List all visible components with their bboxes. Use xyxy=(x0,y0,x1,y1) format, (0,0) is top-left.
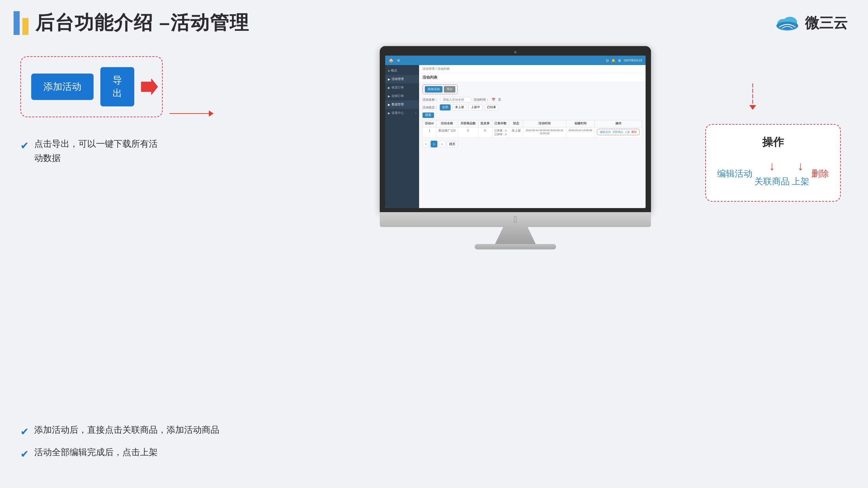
th-status: 状态 xyxy=(509,120,523,127)
desc-text-1: 添加活动后，直接点击关联商品，添加活动商品 xyxy=(34,423,219,437)
th-name: 活动名称 xyxy=(436,120,458,127)
prev-page-btn[interactable]: ‹ xyxy=(422,141,429,147)
export-button[interactable]: 导出 xyxy=(100,67,134,106)
down-arrow-icon-2: ↓ xyxy=(794,160,807,172)
app-export-button[interactable]: 导出 xyxy=(444,86,455,93)
desc-text-2: 活动全部编辑完成后，点击上架 xyxy=(34,445,158,460)
app-sidebar: ● 概况 ▶ 活动管理 ▶ 收货订单 xyxy=(385,65,419,208)
op-edit: 编辑活动 xyxy=(717,168,752,180)
status-ongoing-btn[interactable]: 上架中 xyxy=(469,104,482,110)
imac-screen-outer: 🏠 ≡ ⊡ 🔔 ⊞ 15070810115 xyxy=(380,46,651,212)
check-icon-1: ✔ xyxy=(20,424,29,440)
op-link-products-label[interactable]: 关联商品 xyxy=(754,176,790,187)
th-related: 关联商品数 xyxy=(458,120,478,127)
cell-name: 新品推广123 xyxy=(436,127,458,138)
check-icon: ✔ xyxy=(20,138,29,154)
topbar-right: ⊡ 🔔 ⊞ 15070810115 xyxy=(606,59,642,62)
bottom-descriptions: ✔ 添加活动后，直接点击关联商品，添加活动商品 ✔ 活动全部编辑完成后，点击上架 xyxy=(20,423,258,468)
topbar-left: 🏠 ≡ xyxy=(389,58,400,63)
page-size-btn[interactable]: 跳页 xyxy=(447,141,458,147)
main-content: 添加活动 导出 ✔ 点击导出，可以一键下载所有活动数据 xyxy=(0,43,868,249)
cell-related: 0 xyxy=(458,127,478,138)
cell-time: 2019-05-01 00:00:00-2019-05-31 23:55:00 xyxy=(523,127,566,138)
bell-icon: 🔔 xyxy=(611,59,615,62)
header: 后台功能介绍 –活动管理 微三云 xyxy=(0,0,868,43)
breadcrumb: 活动管理 / 活动列表 xyxy=(419,65,646,73)
op-delete-label[interactable]: 删除 xyxy=(811,168,829,180)
header-left: 后台功能介绍 –活动管理 xyxy=(14,10,249,36)
op-publish-label[interactable]: 上架 xyxy=(792,176,809,187)
orders-icon: ▶ xyxy=(388,86,390,89)
operations-box: 操作 编辑活动 ↓ 关联商品 ↓ 上架 删除 xyxy=(705,124,841,202)
sidebar-item-activity[interactable]: ▶ 活动管理 xyxy=(385,75,419,83)
monitor-area: 🏠 ≡ ⊡ 🔔 ⊞ 15070810115 xyxy=(183,43,848,249)
op-link-products: ↓ 关联商品 xyxy=(754,160,790,187)
publish-link[interactable]: 上架 xyxy=(625,130,630,134)
status-not-started-btn[interactable]: 未上架 xyxy=(453,104,467,110)
search-button[interactable]: 搜索 xyxy=(422,113,434,118)
activity-icon: ▶ xyxy=(388,78,390,81)
page-title: 后台功能介绍 –活动管理 xyxy=(35,10,249,36)
sidebar-item-data[interactable]: ▶ 数据管理 xyxy=(385,100,419,109)
sidebar-item-orders[interactable]: ▶ 收货订单 xyxy=(385,83,419,92)
data-icon: ▶ xyxy=(388,103,390,106)
overview-icon: ● xyxy=(388,69,390,73)
app-main: 活动管理 / 活动列表 活动列表 添加活动 导出 xyxy=(419,65,646,208)
edit-activity-link[interactable]: 编辑活动 xyxy=(600,130,611,134)
operation-box: 编辑活动 关联商品 上架 删除 xyxy=(597,129,640,135)
add-activity-button[interactable]: 添加活动 xyxy=(31,74,94,100)
filter-time-label: 活动时间： xyxy=(474,98,489,102)
content-area: 添加活动 导出 活动名称： 活动时间： xyxy=(419,82,646,208)
op-delete: 删除 xyxy=(811,168,829,180)
app-add-activity-button[interactable]: 添加活动 xyxy=(425,86,442,93)
next-page-btn[interactable]: › xyxy=(439,141,446,147)
sidebar-item-settings[interactable]: ▶ 设置中心 › xyxy=(385,109,419,117)
status-all-btn[interactable]: 全部 xyxy=(440,104,451,110)
app-page-title: 活动列表 xyxy=(419,73,646,82)
status-ended-btn[interactable]: 已结束 xyxy=(485,104,498,110)
imac-stand xyxy=(495,227,536,244)
imac-chin:  xyxy=(380,212,651,227)
vertical-arrow xyxy=(749,83,756,110)
link-products-link[interactable]: 关联商品 xyxy=(612,130,623,134)
camera-dot xyxy=(514,51,517,54)
op-publish: ↓ 上架 xyxy=(792,160,809,187)
filter-name-input[interactable] xyxy=(440,97,471,102)
svg-point-3 xyxy=(776,22,798,30)
monitor-wrapper: 🏠 ≡ ⊡ 🔔 ⊞ 15070810115 xyxy=(380,46,651,249)
hamburger-icon[interactable]: ≡ xyxy=(397,58,400,63)
cell-voucher: 0 xyxy=(478,127,492,138)
delete-link[interactable]: 删除 xyxy=(631,130,637,134)
page-1-btn[interactable]: 1 xyxy=(431,141,437,147)
action-bar-box: 添加活动 导出 xyxy=(422,84,458,94)
action-buttons-box: 添加活动 导出 xyxy=(20,56,163,117)
bar-blue xyxy=(14,11,20,35)
app-ui: 🏠 ≡ ⊡ 🔔 ⊞ 15070810115 xyxy=(385,56,646,208)
op-edit-label[interactable]: 编辑活动 xyxy=(717,168,752,180)
filter-name-label: 活动名称： xyxy=(422,98,438,102)
sidebar-item-sales[interactable]: ▶ 拉销订单 xyxy=(385,92,419,100)
sidebar-item-overview[interactable]: ● 概况 xyxy=(385,66,419,75)
cell-created: 2019-04-25 14:55:06 xyxy=(566,127,595,138)
calendar-icon: 📅 xyxy=(492,98,495,101)
table-row: 1 新品推广123 0 0 已售量：0 已得得：0 xyxy=(423,127,642,138)
operations-title: 操作 xyxy=(716,135,830,150)
activity-table: 活动id 活动名称 关联商品数 批发券 已售件数 状态 活动时间 xyxy=(422,120,642,138)
logo-text: 微三云 xyxy=(805,14,848,33)
cell-ops: 编辑活动 关联商品 上架 删除 xyxy=(595,127,642,138)
status-row: 活动状态： 全部 未上架 上架中 已结束 xyxy=(422,104,642,110)
settings-icon: ▶ xyxy=(388,111,390,115)
th-sold: 已售件数 xyxy=(492,120,509,127)
imac-frame: 🏠 ≡ ⊡ 🔔 ⊞ 15070810115 xyxy=(380,46,651,249)
cell-id: 1 xyxy=(423,127,436,138)
action-bar: 添加活动 导出 xyxy=(422,84,642,94)
sales-icon: ▶ xyxy=(388,95,390,98)
operations-panel: 操作 编辑活动 ↓ 关联商品 ↓ 上架 删除 xyxy=(705,124,841,202)
brand-bars xyxy=(14,11,28,35)
status-label: 活动状态： xyxy=(422,105,438,110)
apple-logo-icon:  xyxy=(514,214,517,225)
app-topbar: 🏠 ≡ ⊡ 🔔 ⊞ 15070810115 xyxy=(385,56,646,65)
th-time: 活动时间 xyxy=(523,120,566,127)
check-icon-2: ✔ xyxy=(20,446,29,462)
bottom-desc-1: ✔ 添加活动后，直接点击关联商品，添加活动商品 xyxy=(20,423,258,440)
